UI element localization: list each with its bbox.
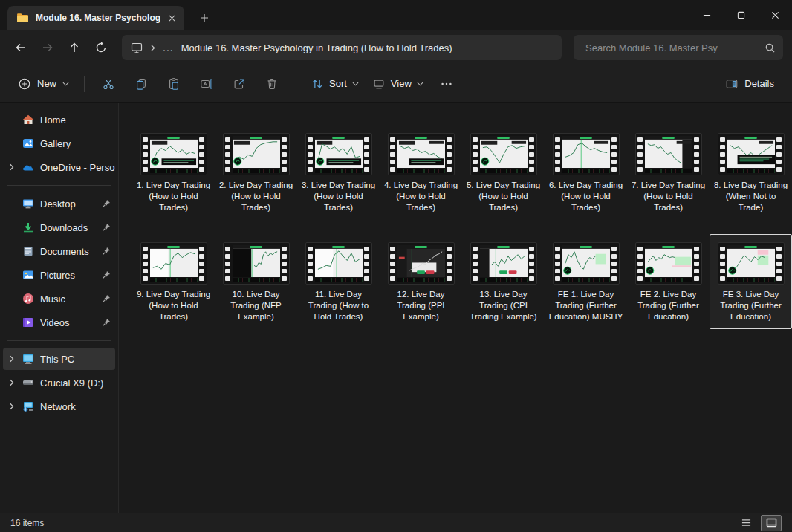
copy-icon [134, 77, 148, 91]
view-button[interactable]: View [366, 71, 430, 97]
window-controls [689, 0, 792, 30]
sidebar-item-onedrive-persona[interactable]: OneDrive - Persona [3, 156, 115, 178]
status-bar: 16 items [0, 513, 792, 532]
video-thumbnail [140, 133, 207, 175]
search-icon[interactable] [765, 42, 776, 53]
file-item[interactable]: FE 1. Live Day Trading (Further Educatio… [545, 234, 627, 329]
file-item[interactable]: 4. Live Day Trading (How to Hold Trades) [380, 125, 462, 220]
chevron-right-icon[interactable] [3, 403, 19, 410]
file-name: 11. Live Day Trading (How to Hold Trades… [300, 289, 377, 322]
refresh-button[interactable] [88, 35, 114, 60]
minimize-button[interactable] [689, 0, 724, 30]
copy-button[interactable] [125, 71, 158, 97]
filmstrip-holes [718, 245, 727, 282]
video-frame [562, 245, 610, 277]
sidebar-item-documents[interactable]: Documents [3, 240, 115, 262]
status-divider [53, 518, 53, 528]
sidebar-item-desktop[interactable]: Desktop [3, 192, 115, 215]
sidebar-item-label: Crucial X9 (D:) [40, 377, 115, 389]
file-item[interactable]: 7. Live Day Trading (How to Hold Trades) [627, 125, 710, 220]
address-bar[interactable]: ... Module 16. Master Psychology in Trad… [122, 35, 562, 60]
file-item[interactable]: 1. Live Day Trading (How to Hold Trades) [132, 125, 215, 220]
file-item[interactable]: 2. Live Day Trading (How to Hold Trades) [215, 125, 297, 220]
file-name: 3. Live Day Trading (How to Hold Trades) [300, 180, 377, 213]
sidebar-item-crucial-x9-d[interactable]: Crucial X9 (D:) [3, 372, 115, 394]
chevron-down-icon [352, 82, 359, 86]
breadcrumb-overflow-button[interactable]: ... [163, 44, 174, 51]
filmstrip-holes [280, 136, 289, 173]
video-thumbnail [553, 133, 620, 175]
sort-button[interactable]: Sort [304, 71, 366, 97]
file-name: 5. Live Day Trading (How to Hold Trades) [465, 180, 542, 213]
more-options-button[interactable] [430, 71, 463, 97]
paste-button[interactable] [158, 71, 190, 97]
sidebar-item-music[interactable]: Music [3, 288, 115, 310]
filmstrip-holes [141, 245, 150, 282]
sidebar-divider [7, 185, 111, 186]
close-button[interactable] [758, 0, 792, 30]
file-item[interactable]: 8. Live Day Trading (When Not to Trade) [710, 125, 792, 220]
filmstrip-footer [397, 169, 445, 173]
new-tab-button[interactable] [193, 7, 215, 28]
filmstrip-footer [315, 169, 363, 173]
file-name: 12. Live Day Trading (PPI Example) [383, 289, 460, 322]
filmstrip-holes [224, 245, 233, 282]
filmstrip-holes [471, 245, 480, 282]
downloads-icon [19, 222, 37, 233]
delete-button[interactable] [256, 71, 288, 97]
file-item[interactable]: 5. Live Day Trading (How to Hold Trades) [462, 125, 545, 220]
file-name: FE 1. Live Day Trading (Further Educatio… [548, 289, 625, 322]
video-thumbnail [223, 242, 290, 285]
desktop-icon [19, 198, 37, 209]
file-item[interactable]: 6. Live Day Trading (How to Hold Trades) [545, 125, 627, 220]
toolbar-separator [84, 76, 85, 92]
file-item[interactable]: 9. Live Day Trading (How to Hold Trades) [132, 234, 215, 329]
new-button[interactable]: New [10, 71, 77, 97]
up-button[interactable] [61, 35, 88, 60]
share-icon [233, 77, 246, 91]
file-name: 1. Live Day Trading (How to Hold Trades) [135, 180, 212, 213]
home-icon [19, 114, 37, 125]
sidebar-item-label: Desktop [40, 198, 97, 210]
back-button[interactable] [7, 35, 34, 60]
sidebar-item-home[interactable]: Home [3, 108, 115, 131]
file-item[interactable]: 12. Live Day Trading (PPI Example) [380, 234, 462, 329]
sidebar-item-pictures[interactable]: Pictures [3, 264, 115, 286]
search-input[interactable] [584, 42, 765, 54]
filmstrip-holes [471, 136, 480, 173]
share-button[interactable] [223, 71, 256, 97]
file-item[interactable]: 3. Live Day Trading (How to Hold Trades) [297, 125, 380, 220]
sidebar-item-videos[interactable]: Videos [3, 311, 115, 334]
file-item[interactable]: 13. Live Day Trading (CPI Trading Exampl… [462, 234, 545, 329]
chevron-right-icon[interactable] [3, 163, 19, 171]
thumbnail-view-icon [766, 518, 777, 528]
filmstrip-footer [150, 169, 198, 173]
video-thumbnail [140, 242, 207, 285]
sidebar-item-this-pc[interactable]: This PC [3, 348, 115, 370]
file-item[interactable]: 10. Live Day Trading (NFP Example) [215, 234, 297, 329]
sidebar-item-label: Documents [40, 246, 97, 257]
navigation-pane: Home Gallery OneDrive - Persona Desktop … [0, 103, 119, 513]
file-item[interactable]: 11. Live Day Trading (How to Hold Trades… [297, 234, 380, 329]
filmstrip-holes [363, 136, 371, 173]
file-item[interactable]: FE 2. Live Day Trading (Further Educatio… [627, 234, 710, 329]
sidebar-item-label: Music [40, 293, 97, 305]
explorer-tab[interactable]: Module 16. Master Psychology [7, 6, 184, 30]
details-view-button[interactable] [736, 515, 756, 531]
file-item[interactable]: FE 3. Live Day Trading (Further Educatio… [710, 234, 792, 329]
sidebar-item-downloads[interactable]: Downloads [3, 216, 115, 239]
sidebar-item-gallery[interactable]: Gallery [3, 132, 115, 155]
forward-button[interactable] [34, 35, 61, 60]
tab-close-icon[interactable] [165, 11, 178, 25]
details-button[interactable]: Details [718, 71, 782, 97]
rename-button[interactable] [190, 71, 223, 97]
thumbnail-view-button[interactable] [761, 515, 782, 531]
chevron-right-icon[interactable] [3, 355, 19, 363]
cut-button[interactable] [92, 71, 125, 97]
address-path: Module 16. Master Psychology in Trading … [181, 42, 452, 53]
pictures-icon [19, 270, 37, 280]
filmstrip-holes [610, 136, 619, 173]
sidebar-item-network[interactable]: Network [3, 395, 115, 418]
chevron-right-icon[interactable] [3, 379, 19, 386]
maximize-button[interactable] [724, 0, 758, 30]
